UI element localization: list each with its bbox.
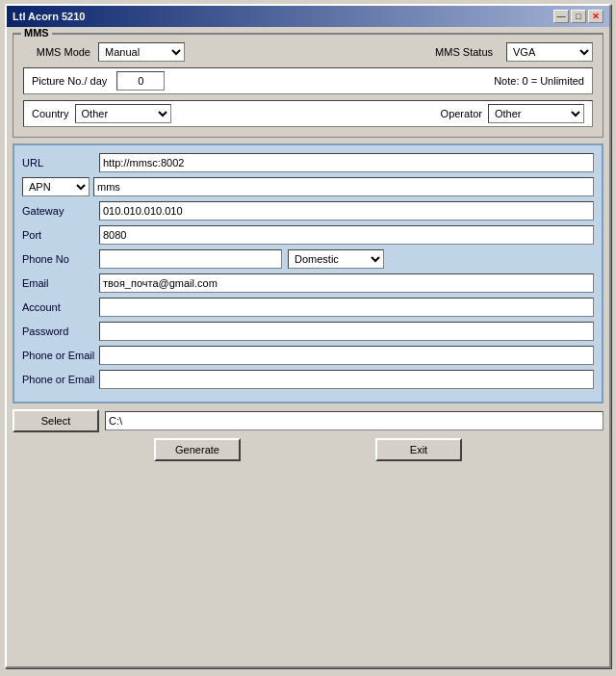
picture-label: Picture No./ day xyxy=(32,75,107,87)
mms-group-label: MMS xyxy=(21,27,52,39)
select-button[interactable]: Select xyxy=(13,409,99,432)
phone-row: Phone No Domestic International xyxy=(22,249,594,269)
port-row: Port xyxy=(22,225,594,245)
phone-email2-label: Phone or Email xyxy=(22,374,99,385)
email-input[interactable] xyxy=(99,273,594,293)
account-row: Account xyxy=(22,298,594,317)
mms-mode-label: MMS Mode xyxy=(23,46,90,58)
picture-row: Picture No./ day Note: 0 = Unlimited xyxy=(23,67,593,94)
path-input[interactable] xyxy=(105,411,603,430)
title-bar: Ltl Acorn 5210 — □ ✕ xyxy=(7,6,609,27)
gateway-label: Gateway xyxy=(22,205,99,217)
country-label: Country xyxy=(32,108,69,119)
country-select[interactable]: Other xyxy=(75,104,171,123)
maximize-button[interactable]: □ xyxy=(571,10,586,23)
generate-button[interactable]: Generate xyxy=(154,438,241,461)
phone-email1-input[interactable] xyxy=(99,346,594,365)
password-label: Password xyxy=(22,325,99,337)
window-controls: — □ ✕ xyxy=(553,10,603,23)
mms-group-box: MMS MMS Mode Manual MMS Status VGA Pictu… xyxy=(13,33,603,138)
mms-mode-row: MMS Mode Manual MMS Status VGA xyxy=(23,42,593,62)
phone-label: Phone No xyxy=(22,253,99,265)
select-path-row: Select xyxy=(13,409,603,432)
main-window: Ltl Acorn 5210 — □ ✕ MMS MMS Mode Manual… xyxy=(5,4,611,668)
account-label: Account xyxy=(22,301,99,313)
picture-input[interactable] xyxy=(116,71,165,91)
operator-select[interactable]: Other xyxy=(488,104,584,123)
domestic-select[interactable]: Domestic International xyxy=(288,249,384,269)
window-content: MMS MMS Mode Manual MMS Status VGA Pictu… xyxy=(7,27,609,467)
email-label: Email xyxy=(22,277,99,289)
apn-input[interactable] xyxy=(93,177,594,196)
generate-exit-row: Generate Exit xyxy=(13,438,603,461)
url-input[interactable] xyxy=(99,153,594,172)
window-title: Ltl Acorn 5210 xyxy=(13,11,85,22)
password-row: Password xyxy=(22,322,594,341)
email-row: Email xyxy=(22,273,594,293)
phone-email1-label: Phone or Email xyxy=(22,350,99,361)
note-text: Note: 0 = Unlimited xyxy=(494,75,584,87)
password-input[interactable] xyxy=(99,322,594,341)
minimize-button[interactable]: — xyxy=(553,10,569,23)
url-row: URL xyxy=(22,153,594,172)
account-input[interactable] xyxy=(99,298,594,317)
close-button[interactable]: ✕ xyxy=(588,10,603,23)
gateway-input[interactable] xyxy=(99,201,594,221)
mms-mode-select[interactable]: Manual xyxy=(98,42,185,62)
phone-email2-row: Phone or Email xyxy=(22,370,594,389)
port-label: Port xyxy=(22,229,99,241)
exit-button[interactable]: Exit xyxy=(375,438,462,461)
operator-label: Operator xyxy=(441,108,482,119)
fields-group: URL APN Gateway Port Pho xyxy=(13,143,603,403)
country-row: Country Other Operator Other xyxy=(23,100,593,127)
mms-status-label: MMS Status xyxy=(435,46,493,58)
mms-status-select[interactable]: VGA xyxy=(506,42,593,62)
phone-email1-row: Phone or Email xyxy=(22,346,594,365)
port-input[interactable] xyxy=(99,225,594,245)
apn-row: APN xyxy=(22,177,594,196)
phone-email2-input[interactable] xyxy=(99,370,594,389)
apn-select[interactable]: APN xyxy=(22,177,90,196)
phone-input[interactable] xyxy=(99,249,282,269)
url-label: URL xyxy=(22,157,99,169)
gateway-row: Gateway xyxy=(22,201,594,221)
